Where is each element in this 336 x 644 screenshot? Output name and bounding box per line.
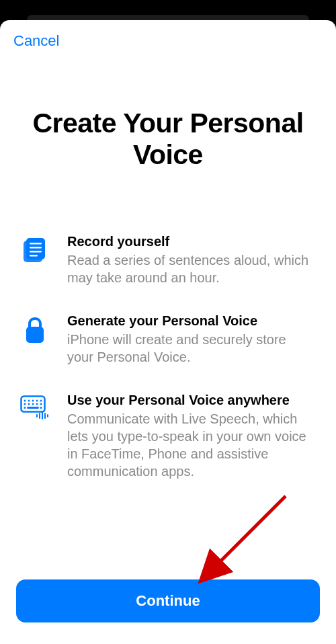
feature-description: Read a series of sentences aloud, which …	[67, 251, 316, 286]
svg-point-10	[32, 400, 34, 402]
modal-footer: Continue	[0, 579, 336, 644]
status-bar-background	[0, 0, 336, 20]
feature-description: iPhone will create and securely store yo…	[67, 331, 316, 366]
svg-point-15	[32, 403, 34, 405]
modal-content: Create Your Personal Voice Record yourse…	[0, 50, 336, 579]
svg-point-9	[28, 400, 30, 402]
svg-rect-22	[39, 413, 40, 419]
svg-point-20	[40, 407, 42, 409]
feature-title: Generate your Personal Voice	[67, 312, 316, 329]
lock-icon	[20, 312, 50, 344]
svg-rect-6	[26, 327, 44, 343]
svg-point-17	[40, 403, 42, 405]
feature-item-record: Record yourself Read a series of sentenc…	[20, 233, 316, 286]
svg-rect-21	[36, 414, 38, 417]
feature-list: Record yourself Read a series of sentenc…	[20, 233, 316, 480]
feature-item-generate: Generate your Personal Voice iPhone will…	[20, 312, 316, 366]
modal-header: Cancel	[0, 20, 336, 50]
sheet-stack-hint	[27, 15, 309, 20]
feature-text: Use your Personal Voice anywhere Communi…	[67, 391, 316, 480]
continue-button[interactable]: Continue	[16, 579, 320, 622]
feature-title: Record yourself	[67, 233, 316, 250]
svg-point-13	[24, 403, 26, 405]
keyboard-voice-icon	[20, 391, 50, 419]
feature-description: Communicate with Live Speech, which lets…	[67, 410, 316, 480]
svg-rect-4	[30, 251, 42, 253]
svg-rect-3	[30, 247, 42, 249]
modal-sheet: Cancel Create Your Personal Voice Reco	[0, 20, 336, 644]
svg-point-8	[24, 400, 26, 402]
feature-text: Record yourself Read a series of sentenc…	[67, 233, 316, 286]
feature-text: Generate your Personal Voice iPhone will…	[67, 312, 316, 366]
svg-point-11	[36, 400, 38, 402]
svg-rect-2	[30, 243, 42, 245]
svg-rect-23	[42, 411, 43, 419]
svg-point-12	[40, 400, 42, 402]
svg-point-19	[24, 407, 26, 409]
svg-rect-25	[47, 414, 48, 417]
svg-rect-18	[27, 407, 39, 409]
svg-rect-24	[44, 413, 46, 419]
svg-rect-5	[30, 255, 38, 257]
feature-title: Use your Personal Voice anywhere	[67, 391, 316, 409]
svg-point-16	[36, 403, 38, 405]
svg-point-14	[28, 403, 30, 405]
feature-item-anywhere: Use your Personal Voice anywhere Communi…	[20, 391, 316, 480]
page-title: Create Your Personal Voice	[20, 108, 316, 171]
text-document-icon	[20, 233, 50, 264]
cancel-button[interactable]: Cancel	[13, 32, 59, 50]
